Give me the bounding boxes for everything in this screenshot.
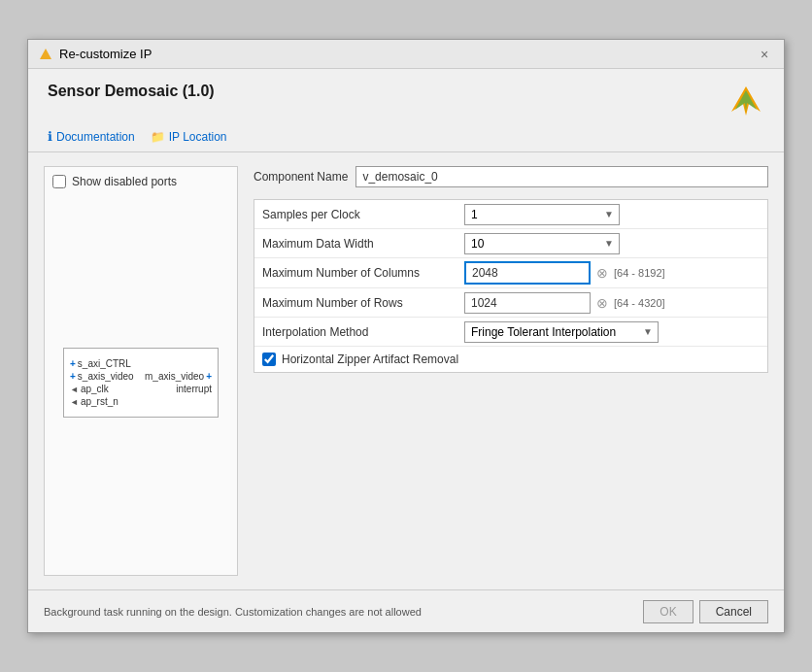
footer: Background task running on the design. C… [28, 589, 784, 632]
ok-button[interactable]: OK [643, 600, 693, 623]
show-disabled-checkbox[interactable] [52, 175, 66, 188]
max-rows-row: Maximum Number of Rows ⊗ [64 - 4320] [254, 288, 767, 318]
bus-icon-1: + [70, 358, 76, 369]
dialog-icon [38, 47, 53, 62]
data-width-select-wrapper: 8 10 12 16 ▼ [464, 233, 620, 254]
nav-bar: ℹ Documentation 📁 IP Location [28, 125, 784, 151]
header: Sensor Demosaic (1.0) [28, 69, 784, 125]
samples-select-wrapper: 1 2 4 ▼ [464, 204, 620, 225]
component-name-input[interactable] [355, 166, 768, 187]
bus-icon-3: + [206, 371, 212, 382]
port-row-rst: ◄ ap_rst_n [70, 396, 212, 407]
params-table: Samples per Clock 1 2 4 ▼ [254, 199, 768, 373]
port-row-s-axi: + s_axi_CTRL [70, 358, 212, 369]
dialog-title: Re-customize IP [59, 47, 152, 61]
rst-arrow: ◄ [70, 397, 79, 407]
cancel-button[interactable]: Cancel [699, 600, 768, 623]
title-bar: Re-customize IP × [28, 40, 784, 69]
max-rows-clear-button[interactable]: ⊗ [596, 295, 608, 311]
interpolation-method-label: Interpolation Method [262, 325, 457, 339]
port-row-axis: + s_axis_video m_axis_video + [70, 371, 212, 382]
info-icon: ℹ [48, 129, 52, 144]
horizontal-zipper-row: Horizontal Zipper Artifact Removal [254, 347, 767, 372]
svg-marker-0 [40, 49, 51, 59]
horizontal-zipper-checkbox[interactable] [262, 353, 276, 366]
samples-per-clock-row: Samples per Clock 1 2 4 ▼ [254, 200, 767, 229]
right-panel: Component Name Samples per Clock 1 2 4 [254, 166, 768, 576]
max-data-width-row: Maximum Data Width 8 10 12 16 ▼ [254, 229, 767, 258]
interpolation-select-wrapper: Fringe Tolerant Interpolation Bilinear ▼ [464, 321, 659, 343]
left-panel: Show disabled ports + s_axi_CTRL + s_axi… [44, 166, 238, 576]
max-columns-label: Maximum Number of Columns [262, 266, 457, 280]
component-name-row: Component Name [254, 166, 768, 187]
samples-per-clock-select[interactable]: 1 2 4 [464, 204, 620, 225]
max-columns-row: Maximum Number of Columns ⊗ [64 - 8192] [254, 258, 767, 288]
block-box: + s_axi_CTRL + s_axis_video m_axis_video… [63, 348, 219, 418]
footer-buttons: OK Cancel [643, 600, 768, 623]
interpolation-method-row: Interpolation Method Fringe Tolerant Int… [254, 318, 767, 347]
bus-icon-2: + [70, 371, 76, 382]
samples-per-clock-label: Samples per Clock [262, 208, 457, 221]
port-row-clk: ◄ ap_clk interrupt [70, 384, 212, 394]
max-rows-label: Maximum Number of Rows [262, 296, 457, 310]
max-columns-input[interactable] [464, 261, 591, 285]
max-data-width-label: Maximum Data Width [262, 237, 457, 251]
max-rows-range: [64 - 4320] [614, 297, 665, 309]
dialog: Re-customize IP × Sensor Demosaic (1.0) … [27, 39, 785, 633]
max-rows-input[interactable] [464, 292, 591, 314]
documentation-link[interactable]: ℹ Documentation [48, 129, 135, 144]
close-button[interactable]: × [755, 45, 774, 64]
interpolation-method-select[interactable]: Fringe Tolerant Interpolation Bilinear [464, 321, 659, 343]
max-data-width-select[interactable]: 8 10 12 16 [464, 233, 620, 254]
component-name-label: Component Name [254, 170, 348, 184]
header-title: Sensor Demosaic (1.0) [48, 83, 215, 100]
show-disabled-label: Show disabled ports [72, 175, 177, 188]
footer-status: Background task running on the design. C… [44, 606, 422, 618]
main-content: Show disabled ports + s_axi_CTRL + s_axi… [28, 152, 784, 589]
max-columns-range: [64 - 8192] [614, 267, 665, 279]
title-bar-left: Re-customize IP [38, 47, 152, 62]
max-columns-clear-button[interactable]: ⊗ [596, 265, 608, 281]
clk-arrow: ◄ [70, 385, 79, 394]
folder-icon: 📁 [151, 130, 165, 144]
show-disabled-row: Show disabled ports [52, 175, 229, 188]
block-diagram: + s_axi_CTRL + s_axis_video m_axis_video… [52, 198, 229, 567]
ip-location-link[interactable]: 📁 IP Location [151, 130, 227, 144]
vivado-logo [727, 83, 764, 119]
horizontal-zipper-label: Horizontal Zipper Artifact Removal [282, 353, 458, 366]
